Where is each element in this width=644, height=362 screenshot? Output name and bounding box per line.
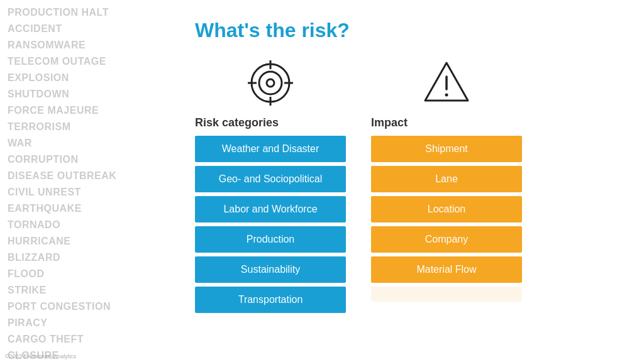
impact-column-header: Impact: [371, 116, 522, 129]
background-word: CORRUPTION: [8, 152, 175, 167]
background-word: PRODUCTION HALT: [8, 5, 175, 20]
risk-icon-area: [195, 55, 346, 111]
background-text: PRODUCTION HALTACCIDENTRANSOMWARETELECOM…: [0, 0, 182, 362]
impact-column: Impact Shipment Lane Location Company Ma…: [371, 55, 522, 305]
background-word: STRIKE: [8, 283, 175, 298]
background-word: CARGO THEFT: [8, 332, 175, 347]
warning-triangle-icon: [421, 58, 472, 108]
background-word: HURRICANE: [8, 234, 175, 249]
risk-category-item: Geo- and Sociopolitical: [195, 166, 346, 192]
background-word: RANSOMWARE: [8, 38, 175, 53]
impact-icon-area: [371, 55, 522, 111]
impact-item: Material Flow: [371, 256, 522, 283]
svg-point-9: [445, 94, 448, 97]
background-word: TORNADO: [8, 217, 175, 233]
impact-item: Location: [371, 196, 522, 222]
risk-categories-column: Risk categories Weather and Disaster Geo…: [195, 55, 346, 317]
columns-area: Risk categories Weather and Disaster Geo…: [195, 55, 629, 317]
svg-point-1: [259, 72, 282, 94]
background-word: ACCIDENT: [8, 21, 175, 36]
risk-category-item: Weather and Disaster: [195, 136, 346, 162]
background-word: FORCE MAJEURE: [8, 103, 175, 118]
background-word: BLIZZARD: [8, 250, 175, 265]
background-word: SHUTDOWN: [8, 87, 175, 102]
background-word: DISEASE OUTBREAK: [8, 168, 175, 184]
risk-category-item: Transportation: [195, 287, 346, 313]
impact-item: Shipment: [371, 136, 522, 162]
impact-item: Company: [371, 226, 522, 253]
impact-empty-slot: [371, 287, 522, 302]
risk-column-header: Risk categories: [195, 116, 346, 129]
copyright-text: ©2023 Everstream Analytics: [5, 353, 76, 359]
risk-category-item: Production: [195, 226, 346, 253]
risk-category-item: Labor and Workforce: [195, 196, 346, 222]
crosshair-icon: [245, 58, 296, 108]
svg-point-2: [267, 79, 274, 87]
risk-category-item: Sustainability: [195, 256, 346, 283]
impact-item: Lane: [371, 166, 522, 192]
background-word: TERRORISM: [8, 119, 175, 134]
main-content: What's the risk? Risk categories Weather…: [195, 19, 629, 358]
page-title: What's the risk?: [195, 19, 629, 42]
background-word: WAR: [8, 136, 175, 151]
background-word: EXPLOSION: [8, 70, 175, 85]
background-word: FLOOD: [8, 266, 175, 282]
svg-point-0: [252, 64, 289, 102]
background-word: CIVIL UNREST: [8, 185, 175, 200]
background-word: PIRACY: [8, 315, 175, 331]
background-word: PORT CONGESTION: [8, 299, 175, 314]
background-word: EARTHQUAKE: [8, 201, 175, 216]
background-word: TELECOM OUTAGE: [8, 54, 175, 69]
